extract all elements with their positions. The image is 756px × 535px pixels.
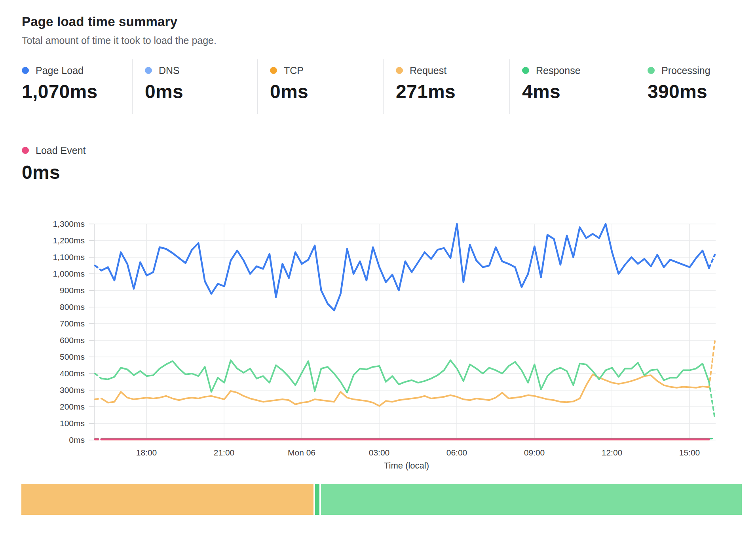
metric-label: Load Event: [36, 145, 86, 156]
bar-segment-request: [21, 484, 313, 515]
page-title: Page load time summary: [22, 14, 177, 29]
y-axis-label: 700ms: [60, 319, 85, 328]
y-axis-label: 200ms: [60, 402, 85, 411]
metric-response: Response 4ms: [509, 59, 635, 114]
metric-label: Response: [536, 65, 581, 76]
y-axis-label: 1,200ms: [53, 236, 85, 245]
metric-value: 0ms: [270, 81, 383, 102]
page-subtitle: Total amount of time it took to load the…: [22, 35, 217, 46]
y-axis-label: 300ms: [60, 385, 85, 395]
request-dot-icon: [396, 67, 403, 74]
x-axis-label: 15:00: [679, 448, 700, 457]
chart-canvas[interactable]: 0ms100ms200ms300ms400ms500ms600ms700ms80…: [0, 207, 756, 484]
metric-label: TCP: [284, 65, 304, 76]
processing-dot-icon: [648, 67, 655, 74]
x-axis-label: Mon 06: [288, 448, 315, 457]
metric-label: DNS: [159, 65, 180, 76]
metric-load-event: Load Event 0ms: [22, 139, 86, 183]
metric-label: Processing: [661, 65, 710, 76]
metric-label: Page Load: [36, 65, 84, 76]
metric-tcp: TCP 0ms: [257, 59, 383, 114]
x-axis-title: Time (local): [384, 461, 429, 470]
series-line-page-load: [101, 224, 709, 310]
series-line-processing: [101, 360, 709, 393]
y-axis-label: 400ms: [60, 369, 85, 378]
y-axis-label: 100ms: [60, 419, 85, 428]
y-axis-label: 800ms: [60, 302, 85, 311]
metric-value: 4ms: [522, 81, 635, 102]
y-axis-label: 1,100ms: [53, 252, 85, 262]
series-line-page-load: [95, 266, 101, 271]
x-axis-label: 06:00: [446, 448, 467, 457]
tcp-dot-icon: [270, 67, 277, 74]
series-line-processing: [709, 382, 715, 418]
series-line-processing: [95, 374, 101, 379]
load-time-chart[interactable]: 0ms100ms200ms300ms400ms500ms600ms700ms80…: [0, 207, 756, 484]
dns-dot-icon: [145, 67, 152, 74]
metric-page-load: Page Load 1,070ms: [0, 59, 132, 114]
metric-value: 271ms: [396, 81, 509, 102]
y-axis-label: 1,300ms: [53, 219, 85, 228]
metric-value: 0ms: [145, 81, 257, 102]
metric-value: 0ms: [22, 161, 86, 183]
series-line-request: [95, 398, 101, 399]
x-axis-label: 09:00: [524, 448, 545, 457]
response-dot-icon: [522, 67, 529, 74]
series-line-request: [709, 341, 715, 387]
metric-dns: DNS 0ms: [132, 59, 257, 114]
y-axis-label: 500ms: [60, 352, 85, 361]
page-load-dot-icon: [22, 67, 29, 74]
x-axis-label: 12:00: [602, 448, 623, 457]
x-axis-label: 21:00: [214, 448, 235, 457]
load-event-dot-icon: [22, 147, 29, 154]
metric-value: 390ms: [648, 81, 749, 102]
y-axis-label: 600ms: [60, 336, 85, 345]
metric-label: Request: [410, 65, 446, 76]
bar-segment-response: [315, 484, 319, 515]
y-axis-label: 900ms: [60, 286, 85, 295]
y-axis-label: 0ms: [69, 435, 85, 444]
bar-segment-processing: [321, 484, 742, 515]
x-axis-label: 03:00: [369, 448, 390, 457]
metric-value: 1,070ms: [22, 81, 132, 102]
metric-request: Request 271ms: [383, 59, 509, 114]
series-line-page-load: [709, 255, 715, 268]
y-axis-label: 1,000ms: [53, 269, 85, 278]
metric-summary-row: Page Load 1,070ms DNS 0ms TCP 0ms Reques…: [0, 59, 750, 114]
load-time-proportion-bar: [21, 484, 742, 515]
metric-processing: Processing 390ms: [635, 59, 749, 114]
x-axis-label: 18:00: [136, 448, 157, 457]
